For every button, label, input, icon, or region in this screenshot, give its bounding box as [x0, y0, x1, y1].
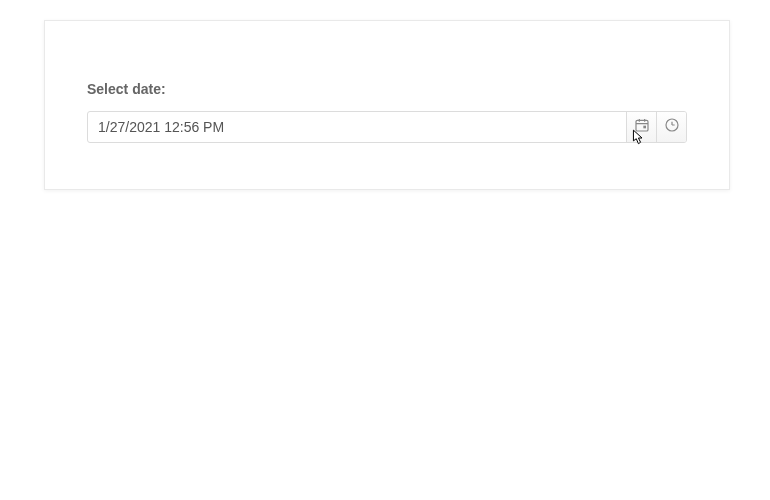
calendar-icon	[634, 117, 650, 137]
field-label: Select date:	[87, 81, 687, 97]
datetime-input[interactable]	[88, 112, 626, 142]
svg-rect-0	[636, 120, 648, 131]
clock-icon	[664, 117, 680, 137]
datetime-input-wrapper	[87, 111, 687, 143]
svg-rect-4	[643, 126, 646, 129]
clock-button[interactable]	[656, 112, 686, 142]
date-picker-card: Select date:	[44, 20, 730, 190]
calendar-button[interactable]	[626, 112, 656, 142]
